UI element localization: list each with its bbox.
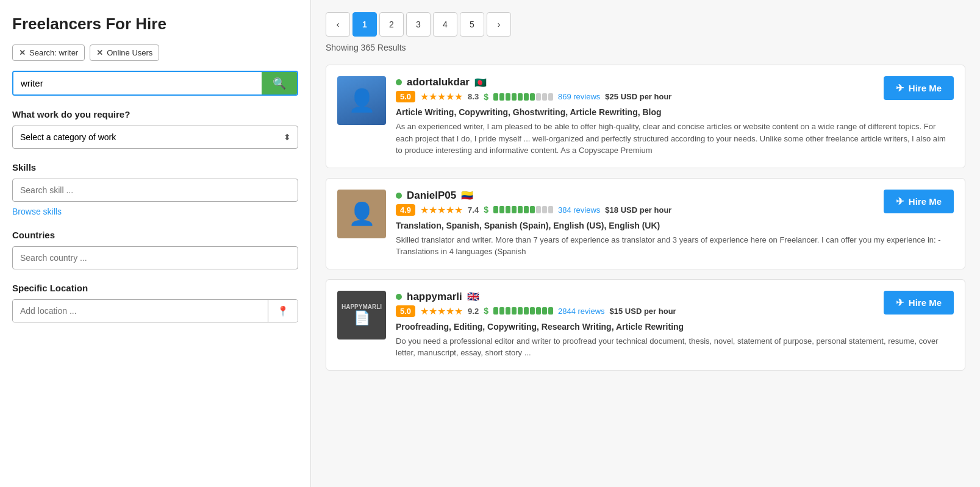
card-body-adortalukdar: adortalukdar 🇧🇩 5.0 ★★★★★ 8.3 $ 869 revi… [396, 76, 954, 157]
search-button[interactable]: 🔍 [262, 72, 297, 94]
earnings-bar [493, 206, 553, 213]
reviews-link[interactable]: 384 reviews [558, 205, 600, 215]
bar-segment [530, 307, 535, 315]
freelancer-card-adortalukdar: 👤 adortalukdar 🇧🇩 5.0 ★★★★★ 8.3 $ 869 re… [326, 65, 965, 168]
bar-segment [506, 93, 510, 101]
bar-segment [518, 307, 523, 315]
category-select[interactable]: Select a category of work [12, 126, 298, 149]
reviews-link[interactable]: 2844 reviews [558, 307, 605, 316]
country-input[interactable] [12, 246, 298, 269]
hire-me-button-adortalukdar[interactable]: ✈ Hire Me [884, 76, 954, 100]
remove-search-icon[interactable]: ✕ [19, 48, 26, 57]
bar-segment [512, 93, 517, 101]
hire-me-label: Hire Me [909, 297, 942, 308]
bar-segment [536, 93, 541, 101]
card-avatar-danielp05: 👤 [337, 190, 386, 238]
online-indicator [396, 79, 402, 85]
hire-me-label: Hire Me [909, 83, 942, 93]
skills-list: Proofreading, Editing, Copywriting, Rese… [396, 322, 954, 332]
bird-icon: ✈ [896, 82, 904, 94]
pagination-prev[interactable]: ‹ [326, 12, 350, 37]
skills-section: Skills Browse skills [12, 162, 298, 216]
freelancer-name: adortalukdar [407, 76, 470, 88]
skills-input[interactable] [12, 179, 298, 202]
stars: ★★★★★ [420, 91, 463, 102]
bar-segment [518, 206, 523, 213]
countries-section: Countries [12, 230, 298, 269]
bar-segment [548, 206, 553, 213]
bar-segment [499, 307, 504, 315]
bird-icon: ✈ [896, 297, 904, 308]
price: $15 USD per hour [610, 307, 676, 316]
browse-skills-link[interactable]: Browse skills [12, 207, 62, 216]
bar-segment [518, 93, 523, 101]
avatar: 👤 [337, 76, 386, 125]
pagination-page-4[interactable]: 4 [433, 12, 457, 37]
freelancer-card-danielp05: 👤 DanielP05 🇨🇴 4.9 ★★★★★ 7.4 $ 384 revie… [326, 178, 965, 269]
rating-row: 5.0 ★★★★★ 8.3 $ 869 reviews $25 USD per … [396, 91, 954, 102]
filter-tag-online[interactable]: ✕ Online Users [90, 44, 159, 61]
pagination-next[interactable]: › [487, 12, 511, 37]
flag-icon: 🇧🇩 [474, 77, 487, 88]
location-input[interactable] [13, 300, 268, 322]
pagination-page-5[interactable]: 5 [460, 12, 484, 37]
bar-segment [524, 93, 529, 101]
main-content: ‹ 1 2 3 4 5 › Showing 365 Results 👤 ador… [311, 0, 980, 487]
bar-segment [506, 307, 510, 315]
filter-tag-online-label: Online Users [107, 48, 152, 57]
remove-online-icon[interactable]: ✕ [96, 48, 103, 57]
flag-icon: 🇨🇴 [461, 190, 473, 201]
earnings-bar [493, 93, 553, 101]
bar-segment [506, 206, 510, 213]
hire-me-button-happymarli[interactable]: ✈ Hire Me [884, 291, 954, 315]
bar-segment [530, 93, 535, 101]
countries-section-label: Countries [12, 230, 298, 240]
card-header: happymarli 🇬🇧 [396, 291, 954, 303]
price: $18 USD per hour [605, 205, 671, 215]
page-title: Freelancers For Hire [12, 15, 298, 34]
skills-list: Translation, Spanish, Spanish (Spain), E… [396, 221, 954, 230]
online-indicator [396, 193, 402, 199]
bar-segment [499, 206, 504, 213]
dollar-icon: $ [484, 92, 488, 102]
bar-segment [542, 93, 547, 101]
card-header: DanielP05 🇨🇴 [396, 190, 954, 202]
sidebar: Freelancers For Hire ✕ Search: writer ✕ … [0, 0, 311, 487]
card-avatar-happymarli: HAPPYMARLI📄 [337, 291, 386, 339]
bar-segment [548, 93, 553, 101]
card-description: Skilled translator and writer. More than… [396, 234, 954, 258]
stars: ★★★★★ [420, 305, 463, 317]
skills-list: Article Writing, Copywriting, Ghostwriti… [396, 107, 954, 117]
reviews-link[interactable]: 869 reviews [558, 92, 600, 101]
bar-segment [493, 206, 498, 213]
dollar-icon: $ [484, 205, 488, 215]
hire-me-button-danielp05[interactable]: ✈ Hire Me [884, 190, 954, 213]
pagination-page-2[interactable]: 2 [379, 12, 404, 37]
category-select-wrapper: Select a category of work ⬍ [12, 126, 298, 149]
card-body-danielp05: DanielP05 🇨🇴 4.9 ★★★★★ 7.4 $ 384 reviews… [396, 190, 954, 258]
freelancer-list: 👤 adortalukdar 🇧🇩 5.0 ★★★★★ 8.3 $ 869 re… [326, 65, 965, 371]
bar-segment [548, 307, 553, 315]
dollar-icon: $ [484, 306, 488, 316]
pagination-page-3[interactable]: 3 [406, 12, 431, 37]
score: 8.3 [468, 92, 479, 101]
stars: ★★★★★ [420, 204, 463, 216]
pin-button[interactable]: 📍 [268, 300, 298, 322]
rating-badge: 5.0 [396, 305, 415, 317]
filter-tags: ✕ Search: writer ✕ Online Users [12, 44, 298, 61]
search-input[interactable] [13, 72, 262, 94]
rating-badge: 4.9 [396, 204, 415, 216]
bar-segment [493, 93, 498, 101]
bar-segment [536, 206, 541, 213]
freelancer-name: DanielP05 [407, 190, 456, 202]
flag-icon: 🇬🇧 [467, 291, 479, 302]
location-section: Specific Location 📍 [12, 283, 298, 322]
hire-me-label: Hire Me [909, 196, 942, 207]
filter-tag-search[interactable]: ✕ Search: writer [12, 44, 85, 61]
bar-segment [493, 307, 498, 315]
pagination-page-1[interactable]: 1 [352, 12, 377, 37]
bar-segment [530, 206, 535, 213]
card-description: Do you need a professional editor and wr… [396, 335, 954, 359]
bar-segment [512, 206, 517, 213]
card-avatar-adortalukdar: 👤 [337, 76, 386, 125]
